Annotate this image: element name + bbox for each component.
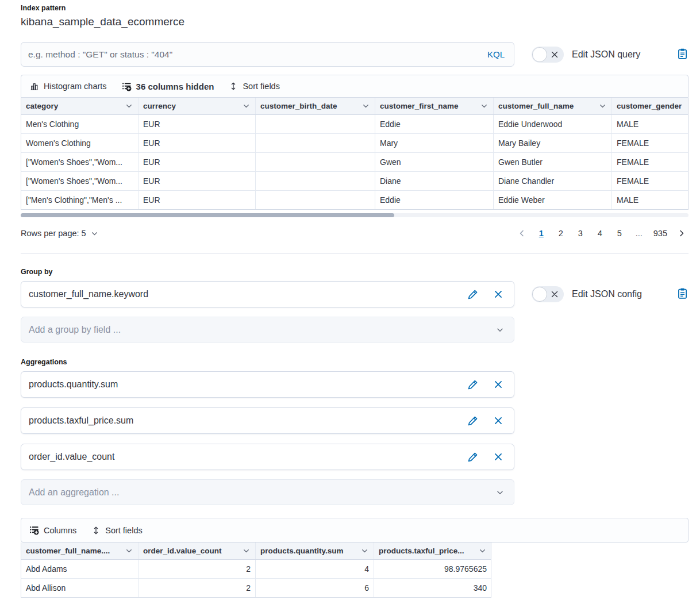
table-cell: 2 — [139, 560, 256, 578]
close-icon — [493, 416, 503, 426]
table-cell: Abd Allison — [21, 579, 139, 597]
next-page-button[interactable] — [675, 226, 689, 240]
chevron-down-icon — [480, 102, 489, 110]
remove-aggregation-button[interactable] — [493, 379, 503, 390]
column-header-customer-gender[interactable]: customer_gender — [612, 98, 689, 114]
chevron-down-icon — [90, 229, 99, 238]
edit-json-config-toggle[interactable] — [532, 286, 564, 302]
table-row: Men's Clothing EUR Eddie Eddie Underwood… — [21, 115, 688, 134]
toggle-thumb — [532, 47, 547, 62]
column-header-customer-first-name[interactable]: customer_first_name — [375, 98, 494, 114]
column-actions-button[interactable] — [598, 102, 607, 110]
page-number-button[interactable]: 3 — [574, 226, 587, 240]
column-actions-button[interactable] — [125, 102, 133, 110]
column-header-customer-full-name[interactable]: customer_full_name.... — [21, 543, 139, 559]
group-by-item: customer_full_name.keyword — [21, 281, 514, 307]
toggle-off-icon — [550, 50, 559, 59]
close-icon — [493, 452, 503, 462]
chevron-right-icon — [677, 229, 686, 238]
columns-button[interactable]: Columns — [29, 525, 76, 535]
column-actions-button[interactable] — [361, 102, 370, 110]
table-cell: ["Women's Shoes","Wom... — [21, 172, 139, 190]
table-cell: ["Women's Shoes","Wom... — [21, 153, 139, 171]
page-number-button[interactable]: 935 — [652, 226, 669, 240]
rows-per-page-button[interactable]: Rows per page: 5 — [21, 229, 99, 238]
preview-section: Columns Sort fields customer_full_name..… — [21, 518, 689, 598]
sort-fields-button[interactable]: Sort fields — [229, 82, 279, 91]
table-cell — [256, 134, 375, 152]
pencil-icon — [467, 289, 478, 300]
sort-fields-button[interactable]: Sort fields — [91, 526, 142, 535]
table-cell: EUR — [139, 191, 256, 209]
table-cell: FEMALE — [612, 172, 689, 190]
histogram-charts-button[interactable]: Histogram charts — [29, 82, 107, 91]
add-group-by-select[interactable]: Add a group by field ... — [21, 317, 514, 343]
kql-search-input[interactable] — [28, 49, 485, 60]
remove-group-by-button[interactable] — [493, 289, 503, 299]
copy-config-button[interactable] — [676, 287, 689, 301]
table-cell — [256, 172, 375, 190]
chevron-down-icon — [495, 325, 505, 334]
edit-json-query-toggle[interactable] — [532, 47, 564, 63]
column-actions-button[interactable] — [478, 547, 487, 555]
columns-hidden-button[interactable]: 36 columns hidden — [122, 82, 214, 91]
table-row: ["Women's Shoes","Wom... EUR Gwen Gwen B… — [21, 153, 688, 172]
copy-query-button[interactable] — [676, 48, 689, 61]
remove-aggregation-button[interactable] — [493, 452, 503, 462]
table-cell — [256, 153, 375, 171]
table-cell: Eddie — [375, 115, 494, 133]
group-by-label: Group by — [21, 268, 689, 276]
column-actions-button[interactable] — [242, 102, 251, 110]
column-actions-button[interactable] — [480, 102, 489, 110]
column-header-customer-birth-date[interactable]: customer_birth_date — [256, 98, 375, 114]
chevron-down-icon — [242, 102, 251, 110]
table-cell: EUR — [139, 134, 256, 152]
pencil-icon — [467, 379, 478, 390]
column-header-customer-full-name[interactable]: customer_full_name — [494, 98, 612, 114]
column-actions-button[interactable] — [242, 547, 251, 555]
table-cell: 2 — [139, 579, 256, 597]
table-row: ["Men's Clothing","Men's ... EUR Eddie E… — [21, 191, 688, 209]
scrollbar-thumb[interactable] — [21, 213, 394, 217]
kql-language-button[interactable]: KQL — [485, 49, 507, 59]
columns-list-icon — [122, 82, 132, 91]
column-header-products-taxful-price[interactable]: products.taxful_price... — [374, 543, 491, 559]
table-cell: Diane Chandler — [494, 172, 612, 190]
page-number-button[interactable]: 5 — [613, 226, 626, 240]
group-by-section: Group by customer_full_name.keyword Edit… — [21, 268, 689, 343]
column-header-order-id-value-count[interactable]: order_id.value_count — [139, 543, 256, 559]
chevron-down-icon — [125, 547, 133, 555]
column-header-products-quantity-sum[interactable]: products.quantity.sum — [256, 543, 374, 559]
column-header-category[interactable]: category — [21, 98, 139, 114]
histogram-icon — [29, 82, 39, 91]
remove-aggregation-button[interactable] — [493, 416, 503, 426]
page-number-button[interactable]: 2 — [554, 226, 568, 240]
table-row: Abd Allison 2 6 340 — [21, 579, 491, 597]
table-cell — [256, 115, 375, 133]
previous-page-button[interactable] — [515, 226, 529, 240]
aggregation-value: products.quantity.sum — [29, 379, 467, 390]
table-cell: Abd Adams — [21, 560, 139, 578]
table-row: ["Women's Shoes","Wom... EUR Diane Diane… — [21, 172, 688, 191]
aggregation-item: products.quantity.sum — [21, 371, 514, 398]
column-actions-button[interactable] — [125, 547, 133, 555]
aggregation-value: products.taxful_price.sum — [29, 416, 467, 426]
preview-grid-body: Abd Adams 2 4 98.9765625 Abd Allison 2 6… — [21, 560, 491, 597]
page-number-button[interactable]: 1 — [534, 226, 548, 240]
table-cell: ["Men's Clothing","Men's ... — [21, 191, 139, 209]
table-cell: 6 — [256, 579, 374, 597]
source-grid-body: Men's Clothing EUR Eddie Eddie Underwood… — [21, 115, 688, 209]
edit-group-by-button[interactable] — [467, 289, 478, 300]
table-cell: Eddie — [375, 191, 494, 209]
column-header-currency[interactable]: currency — [139, 98, 256, 114]
edit-aggregation-button[interactable] — [467, 452, 478, 463]
column-actions-button[interactable] — [360, 547, 369, 555]
edit-aggregation-button[interactable] — [467, 416, 478, 426]
table-cell: Men's Clothing — [21, 115, 139, 133]
page-number-button[interactable]: 4 — [593, 226, 607, 240]
edit-aggregation-button[interactable] — [467, 379, 478, 390]
add-aggregation-select[interactable]: Add an aggregation ... — [21, 479, 514, 505]
source-grid-toolbar: Histogram charts 36 columns hidden Sort … — [21, 75, 689, 98]
group-by-value: customer_full_name.keyword — [29, 289, 467, 299]
aggregation-value: order_id.value_count — [29, 452, 467, 462]
